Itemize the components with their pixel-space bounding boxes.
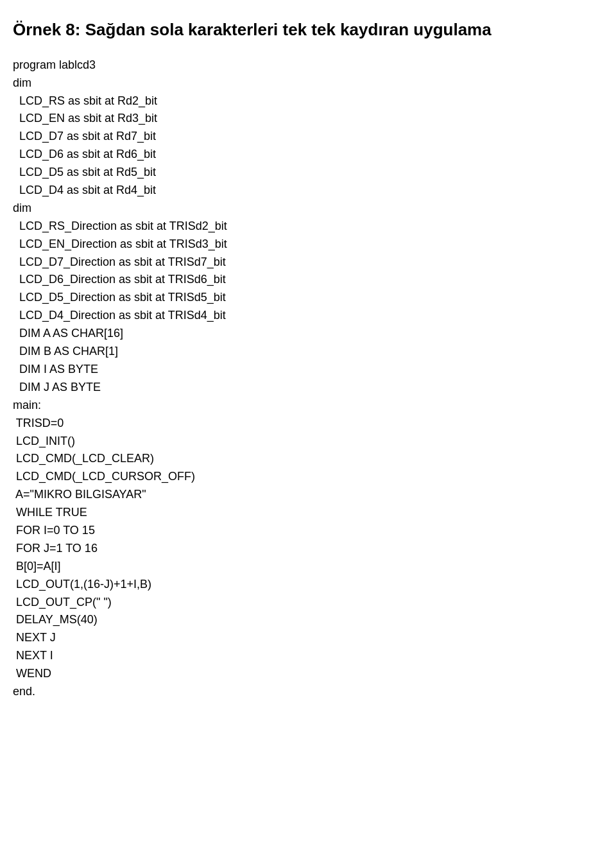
code-line: LCD_D5 as sbit at Rd5_bit bbox=[13, 166, 156, 178]
code-line: LCD_CMD(_LCD_CURSOR_OFF) bbox=[13, 470, 195, 483]
code-line: end. bbox=[13, 685, 35, 698]
code-line: DIM B AS CHAR[1] bbox=[13, 345, 118, 358]
code-line: A="MIKRO BILGISAYAR" bbox=[13, 488, 146, 501]
code-line: dim bbox=[13, 76, 31, 89]
code-line: LCD_D4 as sbit at Rd4_bit bbox=[13, 184, 156, 196]
code-line: LCD_D5_Direction as sbit at TRISd5_bit bbox=[13, 291, 226, 304]
code-line: LCD_OUT_CP(" ") bbox=[13, 596, 112, 609]
code-line: TRISD=0 bbox=[13, 417, 64, 429]
code-block: program lablcd3 dim LCD_RS as sbit at Rd… bbox=[13, 56, 603, 701]
code-line: DELAY_MS(40) bbox=[13, 613, 98, 626]
code-line: LCD_INIT() bbox=[13, 435, 75, 447]
code-line: LCD_OUT(1,(16-J)+1+I,B) bbox=[13, 578, 151, 591]
code-line: FOR I=0 TO 15 bbox=[13, 524, 95, 537]
code-line: LCD_EN_Direction as sbit at TRISd3_bit bbox=[13, 238, 227, 250]
code-line: LCD_D6_Direction as sbit at TRISd6_bit bbox=[13, 273, 226, 286]
code-line: DIM I AS BYTE bbox=[13, 363, 98, 376]
code-line: LCD_D4_Direction as sbit at TRISd4_bit bbox=[13, 309, 226, 322]
code-line: LCD_D7_Direction as sbit at TRISd7_bit bbox=[13, 255, 226, 268]
code-line: LCD_D6 as sbit at Rd6_bit bbox=[13, 148, 156, 160]
code-line: WEND bbox=[13, 667, 51, 680]
code-line: DIM J AS BYTE bbox=[13, 381, 101, 393]
code-line: WHILE TRUE bbox=[13, 506, 87, 519]
code-line: program lablcd3 bbox=[13, 58, 96, 71]
code-line: dim bbox=[13, 202, 31, 214]
code-line: NEXT J bbox=[13, 631, 56, 644]
code-line: LCD_EN as sbit at Rd3_bit bbox=[13, 112, 157, 125]
code-line: FOR J=1 TO 16 bbox=[13, 542, 98, 555]
code-line: LCD_RS as sbit at Rd2_bit bbox=[13, 94, 157, 107]
code-line: LCD_D7 as sbit at Rd7_bit bbox=[13, 130, 156, 143]
code-line: NEXT I bbox=[13, 649, 53, 662]
code-line: LCD_CMD(_LCD_CLEAR) bbox=[13, 452, 154, 465]
code-line: B[0]=A[I] bbox=[13, 560, 61, 573]
code-line: DIM A AS CHAR[16] bbox=[13, 327, 123, 340]
code-line: main: bbox=[13, 399, 41, 411]
code-line: LCD_RS_Direction as sbit at TRISd2_bit bbox=[13, 220, 227, 232]
page-title: Örnek 8: Sağdan sola karakterleri tek te… bbox=[13, 19, 603, 41]
